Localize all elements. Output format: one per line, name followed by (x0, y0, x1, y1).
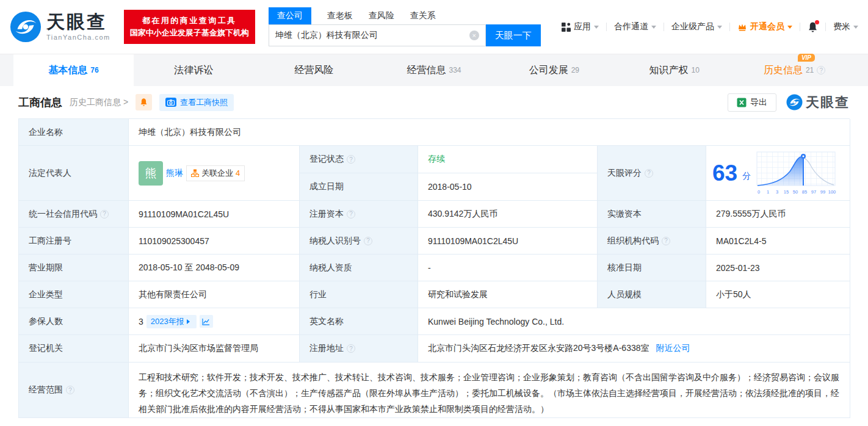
org-chart-icon (191, 169, 199, 177)
arrow-right-icon (187, 319, 192, 324)
field-value-registered-capital: 430.9142万人民币 (418, 201, 598, 228)
help-icon[interactable]: ? (662, 237, 670, 245)
camera-icon (165, 98, 176, 107)
menu-enterprise-products[interactable]: 企业级产品 (671, 21, 722, 32)
help-icon[interactable]: ? (100, 210, 109, 218)
tab-basic-info[interactable]: 基本信息 76 (13, 54, 134, 86)
crown-icon (737, 23, 747, 31)
menu-partner[interactable]: 合作通道 (614, 21, 656, 32)
help-icon[interactable]: ? (364, 237, 372, 245)
menu-apps[interactable]: 应用 (562, 21, 599, 32)
help-icon[interactable]: ? (347, 155, 355, 164)
subscribe-bell-button[interactable] (136, 94, 152, 110)
search-tab-risk[interactable]: 查风险 (369, 7, 394, 24)
tianyancha-logo[interactable]: 天眼查 TianYanCha.com (10, 11, 110, 43)
promo-line1: 都在用的商业查询工具 (130, 15, 249, 27)
help-icon[interactable]: ? (347, 210, 355, 218)
search-tab-boss[interactable]: 查老板 (327, 7, 353, 24)
tianyancha-watermark: 天眼查 (786, 93, 850, 112)
tab-history-info[interactable]: VIP 历史信息 21 ? (734, 54, 855, 86)
divider (729, 23, 730, 31)
field-value-approval-date: 2025-01-23 (706, 255, 850, 281)
field-value-taxpayer-quality: - (418, 255, 598, 281)
search-input[interactable] (275, 31, 469, 40)
tab-operating-info[interactable]: 经营信息 334 (374, 54, 494, 86)
field-label-legal-representative: 法定代表人 (19, 146, 129, 201)
svg-text:1: 1 (767, 189, 769, 195)
field-label-paid-capital: 实缴资本 (598, 201, 706, 228)
tab-count: 21 (806, 66, 814, 74)
brand-name: 天眼查 (46, 13, 110, 31)
chevron-down-icon (651, 26, 656, 31)
svg-text:100: 100 (828, 189, 836, 195)
field-value-taxpayer-id: 91110109MA01C2L45U (418, 228, 598, 255)
chevron-down-icon (594, 26, 599, 31)
search-tabs: 查公司 查老板 查风险 查关系 (269, 7, 541, 24)
svg-text:50: 50 (793, 189, 798, 195)
field-label-english-name: 英文名称 (300, 308, 418, 335)
help-icon[interactable]: ? (817, 66, 825, 74)
search-tab-company[interactable]: 查公司 (269, 7, 311, 24)
tianyancha-eye-icon (10, 11, 42, 43)
field-label-registration-number: 工商注册号 (19, 228, 129, 255)
help-icon[interactable]: ? (66, 386, 74, 394)
tab-legal-proceedings[interactable]: 法律诉讼 (134, 54, 254, 86)
field-label-taxpayer-quality: 纳税人资质 (300, 255, 418, 281)
avatar[interactable]: 熊 (139, 161, 163, 186)
field-value-english-name: Kunwei Beijing Technology Co., Ltd. (418, 308, 850, 335)
apps-grid-icon (562, 23, 571, 32)
svg-text:15: 15 (784, 189, 789, 195)
field-value-tianyan-score[interactable]: 63 分 0 1 3 15 (706, 146, 850, 201)
tab-operating-risk[interactable]: 经营风险 (254, 54, 374, 86)
export-button[interactable]: 导出 (728, 93, 776, 112)
annual-report-badge[interactable]: 2023年报 (146, 315, 197, 328)
chevron-down-icon (853, 26, 858, 31)
field-label-registration-status: 登记状态 ? (300, 146, 418, 173)
promo-line2: 国家中小企业发展子基金旗下机构 (130, 27, 249, 39)
business-info-table: 企业名称 坤维（北京）科技有限公司 法定代表人 熊 熊琳 关联企业 4 登记状态… (18, 118, 850, 418)
field-label-company-name: 企业名称 (19, 119, 129, 146)
menu-vip-upgrade[interactable]: 开通会员 (737, 21, 792, 32)
history-business-info-link[interactable]: 历史工商信息 > (70, 97, 128, 108)
tab-count: 29 (571, 66, 579, 74)
field-value-registered-address: 北京市门头沟区石龙经济开发区永安路20号3号楼A-6338室 附近公司 (418, 335, 850, 363)
notification-dot (815, 20, 819, 24)
insured-trend-chart-button[interactable] (200, 315, 213, 328)
section-bar: 工商信息 历史工商信息 > 查看工商快照 导出 (0, 86, 868, 118)
menu-user[interactable]: 费米 (833, 21, 858, 32)
score-unit: 分 (742, 171, 751, 182)
business-snapshot-button[interactable]: 查看工商快照 (159, 94, 234, 111)
username: 费米 (833, 21, 850, 32)
notifications-bell[interactable] (808, 21, 818, 33)
search-box: × (269, 24, 486, 46)
tab-count: 76 (90, 66, 98, 74)
field-value-legal-representative: 熊 熊琳 关联企业 4 (129, 146, 300, 201)
tianyancha-eye-icon (786, 94, 803, 110)
nearby-companies-link[interactable]: 附近公司 (656, 343, 690, 354)
field-value-registration-number: 110109025300457 (129, 228, 300, 255)
divider (800, 23, 800, 31)
clear-icon[interactable]: × (469, 31, 479, 40)
svg-text:99: 99 (820, 189, 825, 195)
related-companies-badge[interactable]: 关联企业 4 (186, 165, 245, 181)
search-area: 查公司 查老板 查风险 查关系 × 天眼一下 (269, 7, 541, 46)
svg-text:97: 97 (811, 189, 816, 195)
search-button[interactable]: 天眼一下 (486, 24, 541, 46)
field-value-registration-status: 存续 (418, 146, 598, 173)
brand-domain: TianYanCha.com (46, 34, 110, 41)
help-icon[interactable]: ? (347, 344, 355, 353)
tab-intellectual-property[interactable]: 知识产权 10 (614, 54, 734, 86)
field-value-business-term: 2018-05-10 至 2048-05-09 (129, 255, 300, 281)
svg-text:3: 3 (776, 189, 778, 195)
field-label-registration-authority: 登记机关 (19, 335, 129, 363)
tab-count: 334 (449, 66, 461, 74)
help-icon[interactable]: ? (645, 169, 653, 178)
field-value-industry: 研究和试验发展 (418, 281, 598, 308)
field-label-business-term: 营业期限 (19, 255, 129, 281)
field-value-registration-authority: 北京市门头沟区市场监督管理局 (129, 335, 300, 363)
search-tab-relation[interactable]: 查关系 (410, 7, 436, 24)
related-count: 4 (236, 168, 240, 178)
field-label-credit-code: 统一社会信用代码 ? (19, 201, 129, 228)
legal-rep-link[interactable]: 熊琳 (166, 168, 183, 179)
tab-company-development[interactable]: 公司发展 29 (494, 54, 614, 86)
